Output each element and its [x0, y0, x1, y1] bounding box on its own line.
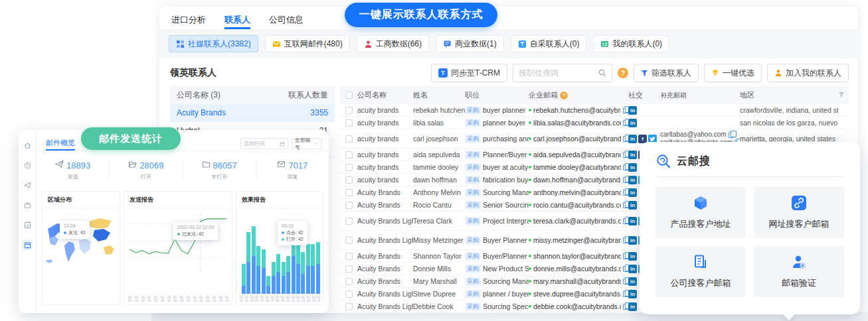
- copy-icon[interactable]: [623, 164, 628, 170]
- tile-产品搜客户地址[interactable]: 产品搜客户地址: [655, 187, 746, 238]
- linkedin-icon[interactable]: in: [628, 176, 637, 184]
- subtab-我的联系人(0)[interactable]: 我的联系人(0): [593, 35, 669, 52]
- linkedin-icon[interactable]: in: [628, 188, 637, 197]
- send-icon[interactable]: [23, 180, 33, 190]
- row-checkbox[interactable]: [345, 278, 353, 285]
- tile-公司搜客户邮箱[interactable]: 公司搜客户邮箱: [655, 246, 746, 297]
- grid-icon: [176, 40, 185, 48]
- linkedin-icon[interactable]: in: [628, 163, 637, 172]
- copy-icon[interactable]: [623, 152, 628, 158]
- linkedin-icon[interactable]: in: [628, 119, 637, 127]
- copy-icon[interactable]: [623, 202, 628, 208]
- tab-联系人[interactable]: 联系人: [224, 14, 250, 29]
- row-checkbox[interactable]: [345, 151, 353, 159]
- calendar-icon-active[interactable]: [23, 240, 33, 250]
- bar: [262, 249, 266, 294]
- linkedin-icon[interactable]: in: [628, 252, 637, 261]
- linkedin-icon[interactable]: in: [628, 265, 637, 273]
- date-range-picker[interactable]: 选择时间: [240, 138, 288, 149]
- linkedin-icon[interactable]: in: [628, 290, 637, 298]
- copy-icon[interactable]: [623, 279, 628, 285]
- person-add-icon: [774, 69, 782, 77]
- linkedin-icon[interactable]: in: [628, 135, 637, 143]
- clock-icon[interactable]: [23, 160, 33, 170]
- verified-dot: [529, 220, 531, 222]
- cloud-search-title: 云邮搜: [677, 155, 711, 168]
- bar: [306, 244, 310, 294]
- send-icon: [55, 159, 64, 171]
- copy-icon[interactable]: [623, 291, 628, 297]
- linkedin-icon[interactable]: in: [628, 151, 637, 159]
- linkedin-icon[interactable]: in: [628, 217, 637, 225]
- row-checkbox[interactable]: [345, 265, 353, 273]
- position-tag: 采购: [465, 135, 481, 143]
- bar-x-ticks: 03-0103-0203-0303-0403-0503-0603-0703-08…: [239, 296, 321, 302]
- position-search-input[interactable]: [519, 68, 598, 78]
- linkedin-icon[interactable]: in: [628, 106, 637, 115]
- filter-contacts-button[interactable]: 筛选联系人: [634, 64, 699, 82]
- contact-row[interactable]: acuity brandsrebekah hutchens采购buyer pla…: [340, 104, 849, 117]
- row-checkbox[interactable]: [345, 164, 353, 171]
- tab-进口分析[interactable]: 进口分析: [171, 14, 206, 29]
- region-distribution-chart: 区域分布 12-04 发送: [42, 191, 120, 305]
- position-tag: 采购: [465, 176, 481, 184]
- linkedin-icon[interactable]: in: [628, 201, 637, 210]
- copy-icon[interactable]: [623, 120, 628, 126]
- one-key-optimize-button[interactable]: 一键优选: [704, 64, 762, 82]
- mail-charts-row: 区域分布 12-04 发送: [37, 188, 329, 305]
- briefcase-icon[interactable]: [23, 200, 33, 210]
- row-checkbox[interactable]: [345, 202, 353, 209]
- copy-icon[interactable]: [623, 237, 628, 243]
- row-checkbox[interactable]: [345, 189, 353, 196]
- contact-row[interactable]: acuity brandslibia salas采购planner buyerl…: [340, 117, 849, 129]
- card-icon: [600, 40, 609, 48]
- home-icon[interactable]: [23, 141, 33, 151]
- mail-panel-controls: 选择时间 全部账号: [240, 138, 322, 149]
- bar: [296, 239, 300, 294]
- verified-dot: [529, 204, 531, 206]
- company-row[interactable]: Acuity Brands3355: [170, 104, 335, 122]
- search-icon[interactable]: [598, 69, 606, 77]
- copy-icon[interactable]: [623, 304, 628, 310]
- row-checkbox[interactable]: [345, 290, 353, 298]
- row-checkbox[interactable]: [345, 176, 353, 184]
- subtab-互联网邮件(480)[interactable]: 互联网邮件(480): [265, 35, 350, 52]
- row-checkbox[interactable]: [345, 218, 353, 225]
- send-report-chart: 发送报告 2022-03-12 12:00 已发送: 42 03-0103-02…: [124, 191, 232, 305]
- linkedin-icon[interactable]: in: [628, 277, 637, 286]
- subtab-工商数据(66)[interactable]: 工商数据(66): [357, 35, 429, 52]
- help-icon[interactable]: ?: [618, 68, 628, 78]
- subtab-社媒联系人(3382)[interactable]: 社媒联系人(3382): [169, 35, 258, 52]
- tab-公司信息[interactable]: 公司信息: [269, 14, 304, 29]
- calendar-small-icon: [280, 141, 285, 147]
- sync-tcrm-button[interactable]: T 同步至T-CRM: [431, 64, 507, 82]
- row-checkbox[interactable]: [345, 135, 353, 143]
- copy-icon[interactable]: [729, 132, 734, 138]
- copy-icon[interactable]: [623, 177, 628, 183]
- chart-icon[interactable]: [23, 220, 33, 230]
- tile-网址搜客户邮箱[interactable]: 网址搜客户邮箱: [754, 187, 844, 238]
- region-filter-icon[interactable]: [838, 92, 849, 99]
- row-checkbox[interactable]: [345, 237, 353, 244]
- mail-tab-邮件概览[interactable]: 邮件概览: [46, 138, 75, 151]
- copy-icon[interactable]: [623, 107, 628, 113]
- copy-icon[interactable]: [623, 136, 628, 142]
- copy-icon[interactable]: [623, 253, 628, 259]
- row-checkbox[interactable]: [345, 107, 353, 114]
- add-to-my-contacts-button[interactable]: 加入我的联系人: [767, 64, 849, 82]
- copy-icon[interactable]: [623, 190, 628, 196]
- copy-icon[interactable]: [623, 266, 628, 272]
- account-select[interactable]: 全部账号: [292, 138, 322, 149]
- row-checkbox[interactable]: [345, 253, 353, 260]
- row-checkbox[interactable]: [345, 303, 353, 310]
- bar: [311, 244, 315, 294]
- subtab-商业数据(1)[interactable]: 商业数据(1): [436, 35, 504, 52]
- email-help-icon[interactable]: ?: [560, 92, 568, 99]
- copy-icon[interactable]: [623, 218, 628, 224]
- subtab-自采联系人(0)[interactable]: 自采联系人(0): [511, 35, 587, 52]
- linkedin-icon[interactable]: in: [628, 302, 637, 311]
- row-checkbox[interactable]: [345, 119, 353, 127]
- tile-邮箱验证[interactable]: 邮箱验证: [754, 246, 844, 297]
- select-all-checkbox[interactable]: [345, 92, 353, 99]
- linkedin-icon[interactable]: in: [628, 236, 637, 245]
